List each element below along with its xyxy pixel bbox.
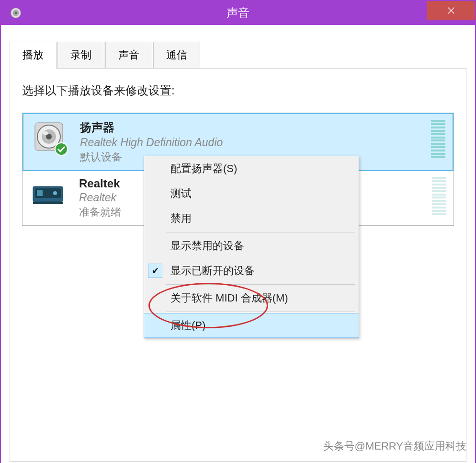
window-title: 声音 bbox=[227, 5, 249, 21]
svg-point-9 bbox=[43, 131, 48, 135]
app-icon bbox=[8, 5, 23, 21]
menu-divider bbox=[166, 312, 355, 312]
default-check-icon bbox=[54, 142, 68, 156]
check-icon: ✔ bbox=[148, 264, 162, 278]
digital-output-icon bbox=[31, 177, 65, 210]
menu-divider bbox=[166, 284, 355, 285]
tab-sounds[interactable]: 声音 bbox=[105, 42, 152, 68]
level-meter bbox=[432, 177, 446, 215]
device-name: 扬声器 bbox=[80, 120, 444, 135]
speaker-icon bbox=[32, 120, 66, 153]
svg-point-14 bbox=[53, 191, 57, 195]
close-icon bbox=[447, 6, 455, 15]
menu-divider bbox=[166, 232, 355, 232]
menu-item-show-disabled[interactable]: 显示禁用的设备 bbox=[144, 233, 359, 258]
device-subtitle: Realtek High Definition Audio bbox=[80, 136, 444, 149]
tab-communications[interactable]: 通信 bbox=[153, 42, 200, 68]
svg-rect-15 bbox=[33, 202, 63, 204]
menu-item-test[interactable]: 测试 bbox=[144, 181, 359, 206]
menu-item-label: 显示已断开的设备 bbox=[170, 265, 255, 277]
svg-point-2 bbox=[15, 12, 17, 14]
sound-dialog-window: 声音 播放 录制 声音 通信 选择以下播放设备来修改设置: bbox=[0, 0, 476, 463]
menu-item-configure-speakers[interactable]: 配置扬声器(S) bbox=[144, 156, 359, 181]
menu-item-about-midi[interactable]: 关于软件 MIDI 合成器(M) bbox=[144, 286, 359, 311]
menu-item-disable[interactable]: 禁用 bbox=[144, 206, 359, 231]
close-button[interactable] bbox=[427, 1, 475, 20]
context-menu: 配置扬声器(S) 测试 禁用 显示禁用的设备 ✔ 显示已断开的设备 关于软件 M… bbox=[144, 156, 359, 338]
instruction-text: 选择以下播放设备来修改设置: bbox=[22, 83, 454, 98]
tab-playback[interactable]: 播放 bbox=[10, 42, 57, 69]
tab-bar: 播放 录制 声音 通信 bbox=[10, 42, 466, 69]
svg-point-10 bbox=[55, 143, 68, 155]
menu-item-properties[interactable]: 属性(P) bbox=[144, 313, 359, 338]
tab-recording[interactable]: 录制 bbox=[57, 42, 104, 68]
svg-rect-13 bbox=[37, 190, 43, 196]
menu-item-show-disconnected[interactable]: ✔ 显示已断开的设备 bbox=[144, 258, 359, 283]
level-meter bbox=[431, 120, 445, 158]
title-bar[interactable]: 声音 bbox=[1, 1, 475, 25]
